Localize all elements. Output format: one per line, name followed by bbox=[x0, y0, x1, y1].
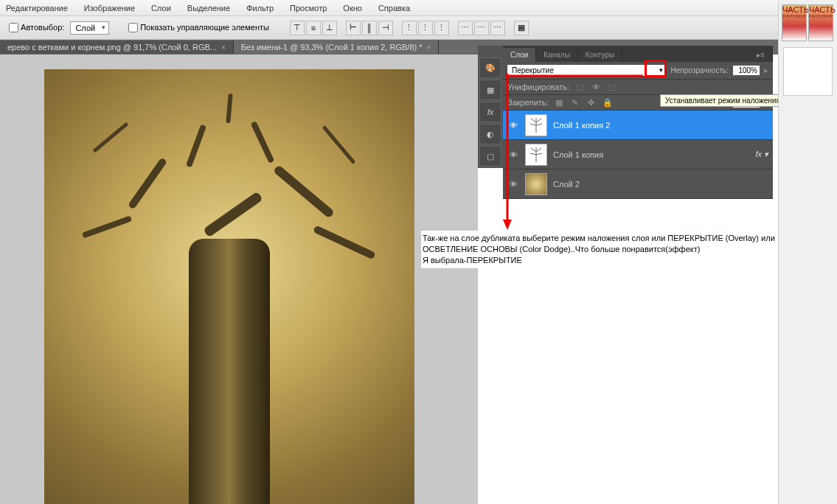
menu-filter[interactable]: Фильтр bbox=[246, 4, 274, 13]
document-canvas[interactable] bbox=[44, 69, 414, 504]
align-bottom-icon[interactable]: ⊥ bbox=[322, 21, 337, 35]
visibility-icon[interactable]: 👁 bbox=[507, 180, 519, 189]
fx-icon[interactable]: fx ▾ bbox=[755, 150, 768, 159]
unify-style-icon[interactable]: ⬚ bbox=[606, 82, 618, 92]
opacity-label: Непрозрачность: bbox=[670, 66, 729, 74]
layer-list: 👁 Слой 1 копия 2 👁 Слой 1 копия fx ▾ 👁 С… bbox=[503, 111, 773, 199]
options-bar: Автовыбор: Слой Показать управляющие эле… bbox=[0, 16, 837, 40]
close-icon[interactable]: × bbox=[426, 43, 431, 52]
layer-row[interactable]: 👁 Слой 1 копия 2 bbox=[503, 111, 773, 140]
align-buttons: ⊤ ≡ ⊥ ⊢ ║ ⊣ ⋮ ⋮ ⋮ ⋯ ⋯ ⋯ ▦ bbox=[290, 21, 529, 35]
unify-pos-icon[interactable]: ⬚ bbox=[574, 82, 586, 92]
menu-view[interactable]: Просмотр bbox=[290, 4, 327, 13]
mask-icon[interactable]: ▢ bbox=[479, 146, 501, 167]
canvas-area bbox=[0, 55, 478, 504]
menu-help[interactable]: Справка bbox=[378, 4, 410, 13]
right-sidebar: ЧАСТЬPHOTOSHOP ЧАСТЬPHOTOSHOP bbox=[778, 0, 837, 504]
menu-edit[interactable]: Редактирование bbox=[6, 4, 68, 13]
dist-left-icon[interactable]: ⋯ bbox=[458, 21, 473, 35]
panel-menu-icon[interactable]: ▸≡ bbox=[749, 48, 773, 62]
chevron-right-icon[interactable]: ▸ bbox=[764, 66, 768, 75]
layer-thumb[interactable] bbox=[525, 114, 547, 136]
dist-bottom-icon[interactable]: ⋮ bbox=[434, 21, 449, 35]
blend-mode-combo[interactable]: Перекрытие bbox=[507, 65, 666, 76]
unify-label: Унифицировать: bbox=[507, 83, 569, 91]
close-icon[interactable]: × bbox=[221, 43, 226, 52]
layer-name[interactable]: Слой 2 bbox=[553, 180, 768, 189]
tab-paths[interactable]: Контуры bbox=[578, 48, 622, 62]
visibility-icon[interactable]: 👁 bbox=[507, 150, 519, 159]
menu-image[interactable]: Изображение bbox=[84, 4, 135, 13]
autoselect-target-combo[interactable]: Слой bbox=[70, 21, 109, 35]
arrange-icon[interactable]: ▦ bbox=[514, 21, 529, 35]
adjust-icon[interactable]: ◐ bbox=[479, 124, 501, 144]
styles-icon[interactable]: fx bbox=[479, 102, 501, 122]
layer-name[interactable]: Слой 1 копия bbox=[553, 150, 749, 159]
align-vcenter-icon[interactable]: ≡ bbox=[306, 21, 321, 35]
swatches-icon[interactable]: ▦ bbox=[479, 80, 501, 100]
showcontrols-checkbox[interactable]: Показать управляющие элементы bbox=[128, 23, 269, 33]
unify-vis-icon[interactable]: 👁 bbox=[590, 82, 602, 92]
panel-icon-strip: 🎨 ▦ fx ◐ ▢ bbox=[478, 46, 503, 168]
layer-thumb[interactable] bbox=[525, 173, 547, 195]
dist-top-icon[interactable]: ⋮ bbox=[402, 21, 417, 35]
menu-window[interactable]: Окно bbox=[343, 4, 362, 13]
color-icon[interactable]: 🎨 bbox=[479, 57, 501, 78]
dist-hcenter-icon[interactable]: ⋯ bbox=[474, 21, 489, 35]
menu-select[interactable]: Выделение bbox=[187, 4, 230, 13]
dist-right-icon[interactable]: ⋯ bbox=[490, 21, 505, 35]
align-hcenter-icon[interactable]: ║ bbox=[362, 21, 377, 35]
tab-channels[interactable]: Каналы bbox=[536, 48, 578, 62]
instruction-overlay: Так-же на слое дубликата выберите режим … bbox=[421, 231, 796, 268]
layer-thumb[interactable] bbox=[525, 144, 547, 166]
main-menu: Редактирование Изображение Слои Выделени… bbox=[0, 0, 837, 16]
align-left-icon[interactable]: ⊢ bbox=[346, 21, 361, 35]
align-top-icon[interactable]: ⊤ bbox=[290, 21, 305, 35]
lock-all-icon[interactable]: 🔒 bbox=[602, 97, 614, 108]
doc-tab-2[interactable]: Без имени-1 @ 93,3% (Слой 1 копия 2, RGB… bbox=[234, 41, 439, 54]
lock-pos-icon[interactable]: ✥ bbox=[586, 97, 597, 108]
lock-pixels-icon[interactable]: ✎ bbox=[569, 97, 581, 108]
lock-label: Закрепить: bbox=[507, 98, 549, 107]
autoselect-checkbox[interactable]: Автовыбор: bbox=[9, 23, 64, 33]
tab-layers[interactable]: Слои bbox=[503, 48, 536, 62]
thumb-2[interactable]: ЧАСТЬPHOTOSHOP bbox=[808, 4, 833, 41]
thumb-1[interactable]: ЧАСТЬPHOTOSHOP bbox=[782, 4, 807, 41]
doc-tab-1[interactable]: ерево с ветками и корнем.png @ 91,7% (Сл… bbox=[0, 41, 234, 54]
layers-panel: Слои Каналы Контуры ▸≡ Перекрытие Непроз… bbox=[503, 46, 773, 199]
opacity-input[interactable]: 100% bbox=[733, 66, 760, 75]
visibility-icon[interactable]: 👁 bbox=[507, 121, 519, 130]
lock-trans-icon[interactable]: ▦ bbox=[553, 97, 565, 108]
dist-vcenter-icon[interactable]: ⋮ bbox=[418, 21, 433, 35]
blank-area bbox=[783, 47, 833, 96]
layer-name[interactable]: Слой 1 копия 2 bbox=[553, 121, 768, 130]
layer-row[interactable]: 👁 Слой 1 копия fx ▾ bbox=[503, 140, 773, 169]
layer-row[interactable]: 👁 Слой 2 bbox=[503, 169, 773, 199]
menu-layers[interactable]: Слои bbox=[151, 4, 171, 13]
align-right-icon[interactable]: ⊣ bbox=[378, 21, 393, 35]
